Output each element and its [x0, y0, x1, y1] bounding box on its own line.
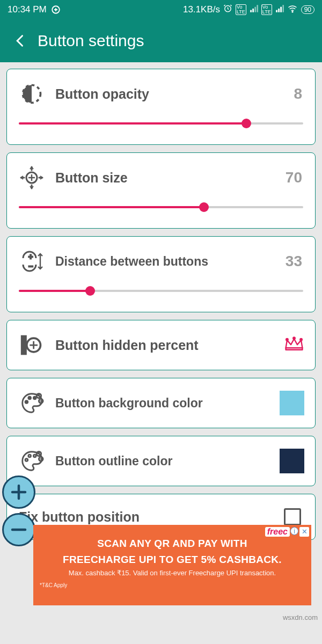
back-button[interactable] [5, 26, 35, 56]
svg-text:−: − [28, 262, 33, 270]
svg-point-19 [33, 455, 36, 457]
ad-brand-label: freec [265, 527, 290, 537]
distance-icon: +− [18, 247, 46, 275]
opacity-slider[interactable] [19, 119, 303, 128]
plus-circle-icon [51, 5, 61, 14]
size-label: Button size [55, 170, 286, 186]
status-time: 10:34 PM [8, 4, 47, 15]
svg-point-17 [25, 459, 28, 462]
ad-headline-2: FREECHARGE UPI TO GET 5% CASHBACK. [40, 554, 305, 566]
title-bar: Button settings [0, 19, 322, 62]
signal-icon-2 [275, 4, 284, 16]
hidden-label: Button hidden percent [55, 338, 284, 353]
setting-opacity[interactable]: Button opacity 8 [6, 69, 316, 145]
wifi-icon [287, 4, 298, 16]
page-title: Button settings [38, 32, 144, 50]
svg-point-13 [28, 397, 31, 399]
watermark: wsxdn.com [283, 613, 318, 621]
ad-banner[interactable]: freec i ✕ SCAN ANY QR AND PAY WITH FREEC… [33, 525, 311, 605]
outline-color-swatch[interactable] [280, 449, 304, 473]
status-right: 13.1KB/s VoLTE VoLTE 90 [183, 4, 314, 16]
floating-minus-button[interactable] [2, 513, 35, 546]
svg-rect-7 [22, 336, 26, 354]
distance-slider[interactable] [19, 286, 303, 296]
status-left: 10:34 PM [8, 4, 61, 15]
setting-bg-color[interactable]: Button background color [6, 378, 316, 428]
ad-close-button[interactable]: ✕ [299, 527, 309, 537]
ad-headline-1: SCAN ANY QR AND PAY WITH [40, 538, 305, 550]
settings-content: Button opacity 8 Button size 70 +− [0, 62, 322, 554]
outline-color-label: Button outline color [55, 454, 280, 469]
distance-value: 33 [286, 253, 302, 270]
size-icon [18, 164, 46, 192]
svg-point-9 [286, 339, 288, 341]
svg-point-12 [25, 401, 28, 404]
status-bar: 10:34 PM 13.1KB/s VoLTE VoLTE 90 [0, 0, 322, 19]
bg-color-swatch[interactable] [280, 391, 304, 415]
svg-point-18 [28, 455, 31, 457]
palette-outline-icon [18, 447, 46, 475]
distance-label: Distance between buttons [55, 254, 286, 269]
setting-distance[interactable]: +− Distance between buttons 33 [6, 236, 316, 312]
setting-outline-color[interactable]: Button outline color [6, 436, 316, 486]
hidden-icon [18, 331, 46, 359]
palette-icon [18, 389, 46, 417]
ad-subtext: Max. cashback ₹15. Valid on first-ever F… [40, 569, 305, 577]
svg-point-14 [33, 397, 36, 399]
size-slider[interactable] [19, 202, 303, 212]
battery-icon: 90 [301, 5, 314, 14]
svg-point-10 [293, 338, 295, 340]
bg-color-label: Button background color [55, 396, 280, 411]
volte-icon: VoLTE [236, 4, 246, 15]
opacity-value: 8 [294, 85, 302, 103]
opacity-label: Button opacity [55, 86, 294, 102]
ad-info-icon[interactable]: i [290, 527, 298, 535]
ad-terms: *T&C Apply [40, 582, 305, 588]
fix-position-label: Fix button position [19, 509, 284, 525]
fix-position-checkbox[interactable] [284, 508, 301, 525]
net-speed: 13.1KB/s [183, 4, 220, 15]
crown-icon [284, 336, 304, 354]
size-value: 70 [286, 169, 302, 186]
setting-size[interactable]: Button size 70 [6, 152, 316, 229]
svg-point-11 [300, 339, 302, 341]
signal-icon [250, 4, 258, 16]
volte-icon-2: VoLTE [261, 4, 272, 15]
svg-point-2 [292, 11, 293, 12]
svg-text:+: + [28, 252, 33, 261]
alarm-icon [223, 4, 232, 16]
floating-plus-button[interactable] [2, 475, 35, 509]
opacity-icon [18, 80, 46, 108]
setting-hidden-percent[interactable]: Button hidden percent [6, 320, 316, 370]
